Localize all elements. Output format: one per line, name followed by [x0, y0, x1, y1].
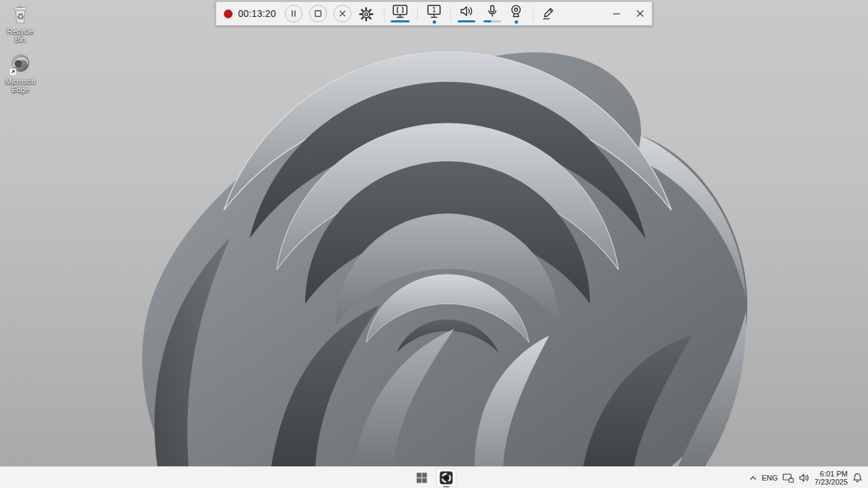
desktop: ♻ Recycle Bin	[0, 0, 868, 488]
taskbar-center	[0, 467, 868, 488]
system-audio-button[interactable]	[458, 4, 475, 22]
system-tray: ENG 6:01 PM 7/23/2025	[749, 467, 865, 488]
active-underline	[391, 20, 410, 22]
pen-button[interactable]	[540, 5, 556, 22]
microphone-button[interactable]	[484, 4, 501, 22]
microphone-icon	[485, 4, 500, 19]
tray-network-button[interactable]	[783, 469, 794, 487]
pen-icon	[540, 5, 556, 22]
wallpaper-bloom	[0, 0, 868, 488]
taskbar-app-screen-recorder[interactable]	[436, 468, 456, 487]
tray-date: 7/23/2025	[814, 478, 848, 486]
speaker-icon	[458, 4, 475, 19]
close-icon	[636, 9, 644, 18]
tray-clock[interactable]: 6:01 PM 7/23/2025	[814, 470, 848, 486]
close-icon	[338, 9, 347, 18]
recycle-bin-icon: ♻	[9, 3, 32, 26]
close-button[interactable]	[631, 5, 649, 22]
recording-timer: 00:13:20	[238, 2, 276, 25]
stop-button[interactable]	[309, 5, 327, 22]
gear-icon	[359, 7, 374, 22]
active-underline	[458, 20, 475, 22]
tray-volume-button[interactable]	[799, 469, 810, 487]
stop-icon	[314, 9, 322, 18]
desktop-icon-microsoft-edge[interactable]: Microsoft Edge	[1, 53, 39, 94]
pause-button[interactable]	[285, 5, 302, 22]
start-button[interactable]	[412, 468, 432, 487]
mic-level-bar	[484, 20, 501, 22]
desktop-icon-list: ♻ Recycle Bin	[1, 3, 42, 103]
tray-language[interactable]: ENG	[762, 469, 778, 487]
recorder-app-icon	[439, 471, 453, 485]
toolbar-separator	[533, 7, 534, 21]
active-dot	[433, 20, 436, 24]
network-ethernet-icon	[783, 473, 794, 483]
recorder-toolbar: 00:13:20	[216, 1, 652, 26]
svg-text:♻: ♻	[16, 12, 24, 22]
speaker-icon	[799, 473, 810, 483]
webcam-button[interactable]	[508, 4, 524, 24]
desktop-icon-recycle-bin[interactable]: ♻ Recycle Bin	[1, 3, 39, 43]
taskbar: ENG 6:01 PM 7/23/2025	[0, 466, 868, 488]
active-dot	[515, 20, 518, 24]
pause-icon	[290, 9, 298, 18]
display-1-button[interactable]: 1	[425, 4, 443, 24]
monitor-1-icon: 1	[425, 4, 443, 19]
svg-text:1: 1	[432, 6, 436, 14]
microsoft-edge-icon	[9, 53, 32, 76]
screen-capture-button[interactable]	[391, 4, 410, 22]
toolbar-separator	[417, 7, 418, 21]
tray-time: 6:01 PM	[814, 470, 848, 478]
tray-chevron-button[interactable]	[749, 469, 757, 487]
cancel-button[interactable]	[334, 5, 351, 22]
chevron-up-icon	[749, 476, 757, 481]
record-dot-icon	[224, 9, 233, 18]
recycle-bin-label: Recycle Bin	[1, 27, 39, 43]
running-indicator	[443, 486, 450, 488]
tray-notification-button[interactable]	[852, 469, 863, 487]
webcam-icon	[508, 4, 524, 19]
toolbar-separator	[450, 7, 451, 21]
notification-bell-icon	[852, 472, 863, 483]
monitor-select-icon	[391, 4, 410, 19]
settings-button[interactable]	[358, 6, 374, 22]
windows-start-icon	[416, 472, 427, 483]
minimize-icon	[612, 9, 620, 18]
toolbar-separator	[384, 7, 384, 21]
minimize-button[interactable]	[608, 5, 625, 22]
microsoft-edge-label: Microsoft Edge	[1, 77, 39, 94]
